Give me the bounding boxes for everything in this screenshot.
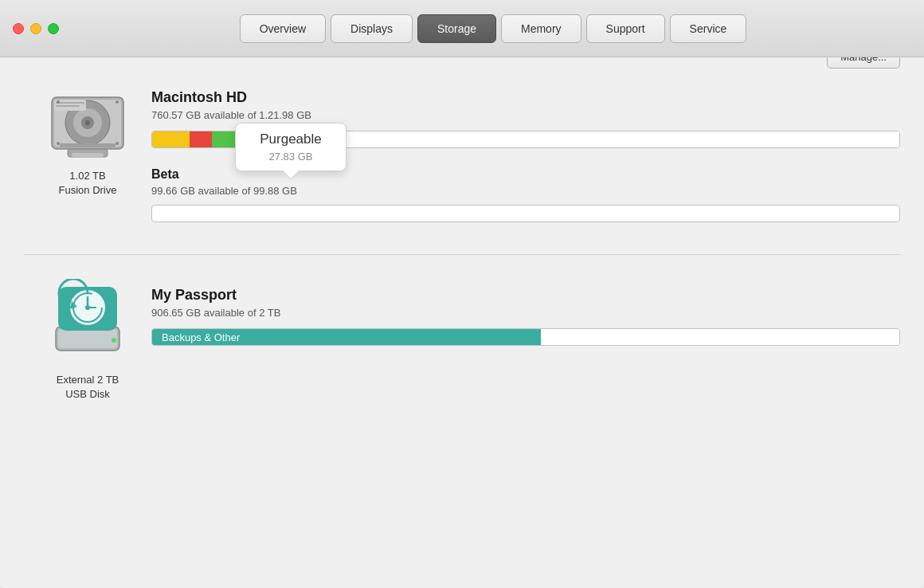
svg-point-10 [57,100,60,104]
beta-volume-capacity: 99.66 GB available of 99.88 GB [151,185,900,197]
tab-support[interactable]: Support [586,14,665,43]
svg-point-12 [57,142,60,145]
svg-rect-15 [72,153,104,157]
minimize-button[interactable] [30,23,41,34]
tab-bar: Overview Displays Storage Memory Support… [237,0,750,57]
bar-segment-red [190,131,212,147]
tooltip-value: 27.83 GB [250,151,331,163]
manage-button[interactable]: Manage... [827,57,900,69]
fusion-drive-capacity: 760.57 GB available of 1.21.98 GB [151,109,900,121]
passport-drive-capacity: 906.65 GB available of 2 TB [151,307,900,319]
bar-segment-free [287,131,899,147]
section-divider [24,254,900,255]
svg-point-13 [116,142,119,145]
passport-drive-icon [44,279,131,367]
purgeable-tooltip: Purgeable 27.83 GB [235,123,346,171]
passport-drive-name: My Passport [151,287,900,304]
main-content: Purgeable 27.83 GB [0,57,924,588]
fusion-drive-label: 1.02 TB Fusion Drive [59,169,117,198]
svg-rect-17 [58,329,117,348]
passport-storage-bar: Backups & Other [151,328,900,346]
fusion-drive-icon-area: 1.02 TB Fusion Drive [24,81,151,198]
window-controls [13,23,59,34]
beta-sub-volume: Beta 99.66 GB available of 99.88 GB [151,167,900,222]
tab-storage[interactable]: Storage [417,14,496,43]
tab-memory[interactable]: Memory [501,14,581,43]
close-button[interactable] [13,23,24,34]
titlebar: Overview Displays Storage Memory Support… [0,0,924,57]
tooltip-title: Purgeable [250,131,331,147]
tab-displays[interactable]: Displays [331,14,413,43]
fusion-drive-icon [44,81,131,169]
beta-storage-bar [151,205,900,222]
bar-segment-yellow [152,131,190,147]
fusion-drive-name: Macintosh HD [151,89,900,106]
fusion-drive-section: 1.02 TB Fusion Drive Manage... Macintosh… [24,73,900,222]
passport-drive-label: External 2 TB USB Disk [57,373,119,402]
svg-point-5 [85,120,90,125]
svg-rect-8 [56,105,80,107]
passport-drive-icon-area: External 2 TB USB Disk [24,279,151,402]
svg-point-25 [112,338,116,343]
svg-point-11 [116,100,119,104]
passport-drive-section: External 2 TB USB Disk My Passport 906.6… [24,279,900,402]
app-window: Overview Displays Storage Memory Support… [0,0,924,588]
bar-segment-backups: Backups & Other [152,329,541,345]
tab-service[interactable]: Service [670,14,747,43]
svg-rect-7 [56,102,84,104]
svg-rect-9 [60,143,116,147]
tab-overview[interactable]: Overview [240,14,326,43]
passport-drive-details: My Passport 906.65 GB available of 2 TB … [151,279,900,346]
maximize-button[interactable] [48,23,59,34]
bar-segment-free-passport [541,329,899,345]
